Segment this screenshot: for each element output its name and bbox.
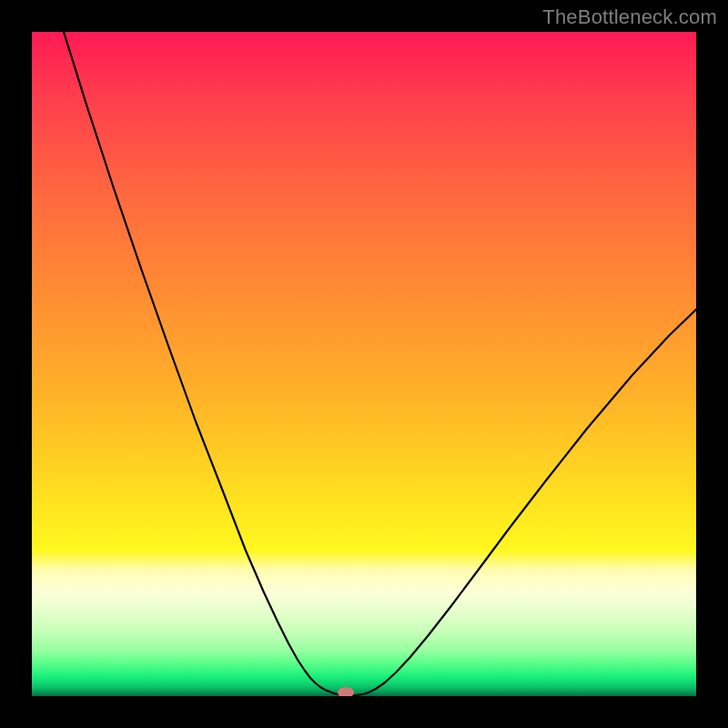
bottleneck-curve (32, 32, 696, 696)
trough-marker-icon (338, 687, 354, 696)
curve-path (64, 32, 696, 696)
watermark-text: TheBottleneck.com (542, 5, 717, 29)
chart-frame: TheBottleneck.com (0, 0, 728, 728)
plot-area (32, 32, 696, 696)
